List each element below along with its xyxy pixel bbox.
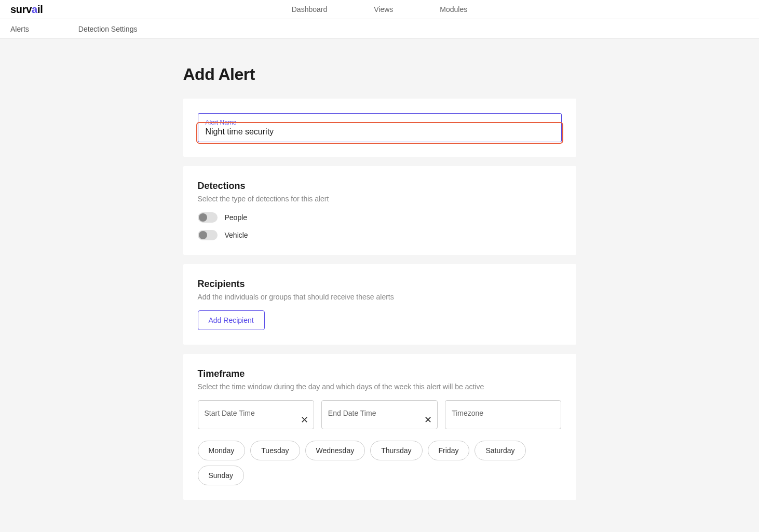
toggle-label-vehicle: Vehicle [225,231,248,239]
toggle-people[interactable] [198,212,218,223]
day-chip-friday[interactable]: Friday [428,441,470,460]
timeframe-card: Timeframe Select the time window during … [183,354,576,500]
toggle-row-people: People [198,212,562,223]
toggle-label-people: People [225,213,248,222]
logo-pre: surv [10,4,32,15]
page-content: Add Alert Alert Name Detections Select t… [183,39,576,500]
page-title: Add Alert [183,65,576,84]
start-date-time-input[interactable]: Start Date Time ✕ [198,400,314,429]
time-inputs: Start Date Time ✕ End Date Time ✕ Timezo… [198,400,562,429]
alert-name-field[interactable]: Alert Name [198,113,562,142]
alert-name-label: Alert Name [206,119,554,126]
nav-modules[interactable]: Modules [440,5,467,13]
detections-desc: Select the type of detections for this a… [198,195,562,203]
tab-detection-settings[interactable]: Detection Settings [78,25,138,33]
recipients-title: Recipients [198,279,562,290]
timeframe-title: Timeframe [198,369,562,379]
detections-title: Detections [198,181,562,192]
alert-name-input[interactable] [206,127,554,137]
start-date-time-label: Start Date Time [205,409,255,417]
timezone-input[interactable]: Timezone [445,400,561,429]
day-chip-thursday[interactable]: Thursday [370,441,422,460]
toggle-knob [199,213,207,222]
toggle-vehicle[interactable] [198,230,218,240]
tab-alerts[interactable]: Alerts [10,25,29,33]
detections-card: Detections Select the type of detections… [183,166,576,255]
recipients-card: Recipients Add the individuals or groups… [183,264,576,345]
end-date-time-label: End Date Time [328,409,376,417]
alert-name-card: Alert Name [183,99,576,157]
add-recipient-button[interactable]: Add Recipient [198,310,265,330]
day-chip-tuesday[interactable]: Tuesday [250,441,300,460]
toggle-knob [199,231,207,239]
nav-dashboard[interactable]: Dashboard [292,5,328,13]
clear-start-icon[interactable]: ✕ [301,415,308,425]
top-nav-links: Dashboard Views Modules [292,5,468,13]
timezone-label: Timezone [452,409,483,417]
logo-post: il [37,4,43,15]
nav-views[interactable]: Views [374,5,393,13]
top-nav: survail Dashboard Views Modules [0,0,759,19]
clear-end-icon[interactable]: ✕ [424,415,432,425]
end-date-time-input[interactable]: End Date Time ✕ [321,400,438,429]
day-chip-sunday[interactable]: Sunday [198,466,244,485]
day-chip-saturday[interactable]: Saturday [475,441,525,460]
day-chip-wednesday[interactable]: Wednesday [305,441,365,460]
logo-accent: a [32,4,37,15]
day-chip-monday[interactable]: Monday [198,441,246,460]
recipients-desc: Add the individuals or groups that shoul… [198,293,562,301]
timeframe-desc: Select the time window during the day an… [198,383,562,391]
logo[interactable]: survail [10,4,43,16]
sub-nav: Alerts Detection Settings [0,19,759,39]
toggle-row-vehicle: Vehicle [198,230,562,240]
days-row: Monday Tuesday Wednesday Thursday Friday… [198,441,562,485]
